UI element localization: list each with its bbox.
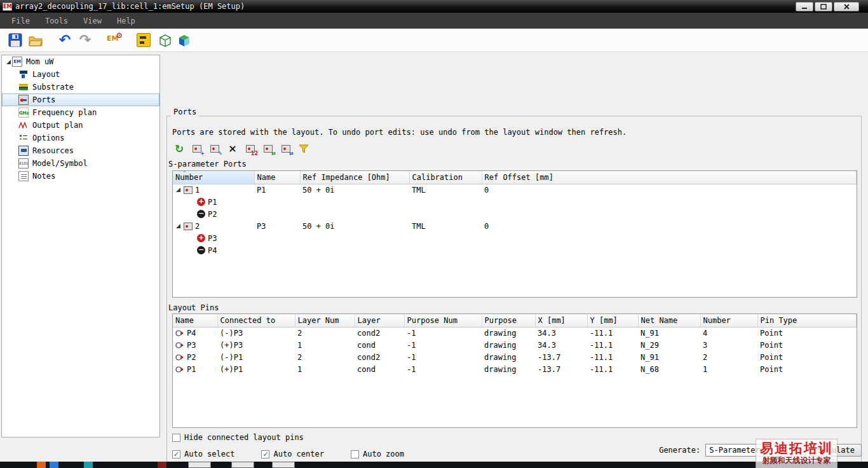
solid-cube-icon — [177, 32, 192, 48]
expand-arrow-icon[interactable] — [175, 187, 181, 193]
pins-header-net-name[interactable]: Net Name — [638, 314, 700, 327]
combine-minus-terminal-button[interactable]: ⇄ — [279, 142, 293, 156]
sidebar-item-layout[interactable]: Layout — [2, 68, 159, 81]
title-bar[interactable]: EM array2_decoupling_17_lib:cell_1:emSet… — [0, 0, 868, 13]
taskbar-app-button-1[interactable] — [188, 462, 211, 468]
em-3d-view-button[interactable] — [175, 31, 193, 49]
save-button[interactable] — [6, 31, 24, 49]
pins-header-purpose[interactable]: Purpose — [482, 314, 535, 327]
layout-button[interactable] — [135, 31, 153, 49]
open-folder-icon — [28, 33, 43, 47]
pins-header-number[interactable]: Number — [700, 314, 757, 327]
taskbar-icon-2[interactable] — [50, 462, 58, 468]
delete-port-button[interactable]: × — [226, 142, 240, 156]
pins-header-connected-to[interactable]: Connected to — [217, 314, 295, 327]
checkbox-box[interactable] — [172, 450, 180, 458]
column-header-calibration[interactable]: Calibration — [409, 171, 482, 184]
sidebar-item-substrate[interactable]: Substrate — [2, 81, 159, 93]
combine-plus-terminal-button[interactable]: ⇄ — [261, 142, 275, 156]
pins-header-purpose-num[interactable]: Purpose Num — [404, 314, 482, 327]
port-icon — [184, 223, 193, 230]
notes-icon — [18, 171, 29, 181]
auto-zoom-checkbox[interactable]: Auto zoom — [351, 450, 404, 458]
checkbox-box[interactable] — [172, 434, 180, 442]
maximize-icon — [820, 4, 827, 10]
column-header-ref-offset[interactable]: Ref Offset [mm] — [482, 171, 857, 184]
ports-group-title: Ports — [171, 107, 199, 116]
app-em-icon: EM — [3, 3, 12, 11]
taskbar-icon-4[interactable] — [158, 462, 166, 468]
menu-file[interactable]: File — [5, 15, 36, 27]
ports-groupbox: Ports Ports are stored with the layout. … — [166, 116, 862, 468]
redo-button[interactable]: ↷ — [76, 31, 94, 49]
sidebar-item-frequency-plan[interactable]: GHz Frequency plan — [2, 106, 159, 119]
maximize-button[interactable] — [815, 2, 832, 11]
layout-pin-row[interactable]: P4 (-)P3 2 cond2 -1 drawing 34.3 -11.1 N… — [173, 327, 857, 339]
minus-terminal-icon — [197, 246, 205, 254]
layout-pin-row[interactable]: P2 (-)P1 2 cond2 -1 drawing -13.7 -11.1 … — [173, 351, 857, 363]
menu-view[interactable]: View — [77, 15, 108, 27]
close-button[interactable] — [834, 2, 859, 11]
pins-header-layer[interactable]: Layer — [355, 314, 404, 327]
em-setup-button[interactable]: EM ⚙ — [105, 31, 123, 49]
refresh-icon: ↻ — [175, 144, 184, 155]
sidebar-item-resources[interactable]: Resources — [2, 144, 159, 157]
open-button[interactable] — [27, 31, 44, 49]
menu-help[interactable]: Help — [111, 15, 142, 27]
terminal-row[interactable]: P1 — [173, 196, 857, 208]
filter-pins-button[interactable] — [297, 142, 311, 156]
checkbox-box[interactable] — [261, 450, 269, 458]
plus-terminal-icon — [197, 234, 205, 242]
pin-icon — [175, 366, 184, 373]
terminal-row[interactable]: P4 — [173, 244, 857, 256]
tree-root-mom-uw[interactable]: EM Mom uW — [2, 55, 159, 68]
sparam-port-row[interactable]: 1 P1 50 + 0i TML 0 — [173, 184, 857, 196]
minimize-button[interactable] — [796, 2, 813, 11]
column-header-number[interactable]: ^ Number — [173, 171, 254, 184]
expand-arrow-icon[interactable] — [175, 223, 181, 229]
sidebar-item-options[interactable]: Options — [2, 132, 159, 144]
layout-pin-row[interactable]: P3 (+)P3 1 cond -1 drawing 34.3 -11.1 N_… — [173, 339, 857, 351]
pins-header-layer-num[interactable]: Layer Num — [295, 314, 355, 327]
pins-header-y[interactable]: Y [mm] — [587, 314, 638, 327]
sparam-port-row[interactable]: 2 P3 50 + 0i TML 0 — [173, 220, 857, 232]
layout-tile-icon — [137, 33, 151, 47]
auto-center-checkbox[interactable]: Auto center — [261, 450, 323, 458]
hide-connected-pins-checkbox[interactable]: Hide connected layout pins — [172, 433, 304, 442]
port-icon — [184, 186, 193, 194]
taskbar-icon-1[interactable] — [37, 462, 46, 468]
renumber-ports-button[interactable]: 12 — [243, 142, 257, 156]
layout-pins-label: Layout Pins — [168, 303, 219, 312]
pins-header-pin-type[interactable]: Pin Type — [757, 314, 857, 327]
terminal-row[interactable]: P3 — [173, 232, 857, 244]
sidebar-item-output-plan[interactable]: Output plan — [2, 119, 159, 132]
menu-bar: File Tools View Help — [0, 13, 868, 29]
column-header-ref-impedance[interactable]: Ref Impedance [Ohm] — [300, 171, 409, 184]
taskbar-app-button-3[interactable] — [272, 462, 295, 468]
checkbox-box[interactable] — [351, 450, 359, 458]
menu-tools[interactable]: Tools — [39, 15, 74, 27]
sparam-ports-table: ^ Number Name Ref Impedance [Ohm] Calibr… — [172, 170, 857, 298]
taskbar-app-button-2[interactable] — [231, 462, 254, 468]
edit-port-button[interactable]: ✎ — [208, 142, 222, 156]
sidebar-item-ports[interactable]: Ports — [2, 93, 159, 106]
em-setup-icon: EM ⚙ — [107, 32, 122, 48]
output-plan-icon — [18, 120, 29, 130]
save-icon — [8, 33, 22, 47]
create-port-button[interactable]: + — [190, 142, 204, 156]
taskbar-icon-3[interactable] — [84, 462, 93, 468]
collapse-arrow-icon[interactable] — [4, 59, 12, 65]
undo-button[interactable]: ↶ — [56, 31, 74, 49]
column-header-name[interactable]: Name — [254, 171, 300, 184]
refresh-ports-button[interactable]: ↻ — [172, 142, 186, 156]
undo-icon: ↶ — [59, 33, 71, 47]
window-title: array2_decoupling_17_lib:cell_1:emSetup … — [15, 2, 245, 11]
layout-pin-row[interactable]: P1 (+)P1 1 cond -1 drawing -13.7 -11.1 N… — [173, 363, 857, 375]
auto-select-checkbox[interactable]: Auto select — [172, 450, 234, 458]
pins-header-name[interactable]: Name — [173, 314, 217, 327]
substrate-3d-button[interactable] — [155, 31, 173, 49]
terminal-row[interactable]: P2 — [173, 208, 857, 220]
sidebar-item-notes[interactable]: Notes — [2, 170, 159, 182]
sidebar-item-model-symbol[interactable]: 0101 Model/Symbol — [2, 157, 159, 170]
pins-header-x[interactable]: X [mm] — [535, 314, 587, 327]
